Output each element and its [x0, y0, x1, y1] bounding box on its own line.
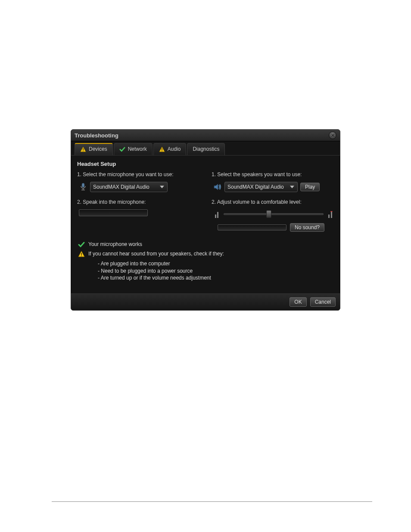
troubleshooting-dialog: Troubleshooting ✕ Devices Network	[71, 129, 340, 311]
tab-devices[interactable]: Devices	[75, 143, 113, 155]
speaker-icon	[213, 183, 222, 191]
check-icon	[78, 241, 85, 248]
play-button[interactable]: Play	[300, 183, 320, 191]
ok-button[interactable]: OK	[290, 297, 306, 307]
svg-rect-16	[331, 212, 332, 218]
tab-label: Audio	[168, 146, 181, 152]
mic-ok-status: Your microphone works	[88, 241, 142, 247]
tab-bar: Devices Network Audio Diagnostics	[71, 141, 340, 156]
mic-step2-label: 2. Speak into the microphone:	[77, 199, 199, 205]
microphone-selected-value: SoundMAX Digital Audio	[93, 184, 149, 190]
volume-slider-row	[213, 209, 334, 219]
chevron-down-icon	[159, 185, 165, 189]
dialog-title: Troubleshooting	[75, 132, 118, 139]
dialog-footer: OK Cancel	[71, 293, 340, 310]
microphone-icon	[79, 183, 87, 191]
volume-low-icon	[213, 209, 220, 219]
tab-content: Headset Setup 1. Select the microphone y…	[71, 156, 340, 293]
status-block: Your microphone works If you cannot hear…	[78, 241, 334, 282]
warning-icon	[80, 146, 86, 152]
tab-network[interactable]: Network	[114, 143, 153, 155]
tip-line: - Are plugged into the computer	[98, 260, 334, 268]
spk-step2-label: 2. Adjust volume to a comfortable level:	[212, 199, 334, 205]
close-icon: ✕	[331, 133, 335, 138]
svg-marker-10	[214, 184, 218, 190]
tab-label: Diagnostics	[193, 146, 219, 152]
spk-step1-label: 1. Select the speakers you want to use:	[212, 171, 334, 177]
tab-label: Devices	[89, 146, 107, 152]
speaker-select[interactable]: SoundMAX Digital Audio	[224, 182, 298, 192]
mic-step1-label: 1. Select the microphone you want to use…	[77, 171, 199, 177]
speaker-level-meter	[218, 224, 286, 230]
svg-rect-6	[82, 183, 84, 187]
svg-marker-11	[290, 186, 294, 188]
section-title: Headset Setup	[77, 161, 334, 167]
tip-line: - Need to be plugged into a power source	[98, 268, 334, 275]
close-button[interactable]: ✕	[329, 131, 336, 139]
svg-rect-14	[328, 215, 330, 218]
svg-rect-19	[81, 255, 82, 256]
volume-slider-thumb[interactable]	[266, 210, 271, 218]
svg-rect-4	[162, 148, 162, 150]
svg-rect-5	[162, 150, 162, 151]
volume-high-icon	[327, 209, 334, 219]
warning-icon	[159, 146, 165, 152]
tab-label: Network	[128, 146, 147, 152]
tab-audio[interactable]: Audio	[153, 143, 187, 155]
microphone-column: 1. Select the microphone you want to use…	[77, 171, 199, 232]
svg-rect-18	[81, 253, 82, 255]
speaker-warn-status: If you cannot hear sound from your speak…	[88, 251, 224, 257]
svg-rect-13	[217, 212, 218, 218]
svg-rect-12	[215, 215, 216, 218]
speaker-selected-value: SoundMAX Digital Audio	[227, 184, 284, 190]
tip-line: - Are turned up or if the volume needs a…	[98, 274, 334, 282]
cancel-button[interactable]: Cancel	[310, 297, 336, 307]
svg-rect-2	[83, 150, 83, 151]
warning-icon	[78, 251, 85, 258]
mic-level-meter	[79, 209, 148, 216]
microphone-select[interactable]: SoundMAX Digital Audio	[90, 182, 168, 192]
svg-rect-1	[83, 148, 83, 150]
no-sound-button[interactable]: No sound?	[290, 223, 324, 232]
check-icon	[119, 146, 125, 152]
svg-marker-9	[160, 186, 164, 188]
titlebar: Troubleshooting ✕	[71, 130, 340, 141]
volume-slider[interactable]	[224, 213, 324, 215]
page-divider	[52, 501, 372, 502]
chevron-down-icon	[290, 185, 295, 189]
speakers-column: 1. Select the speakers you want to use: …	[212, 171, 334, 232]
tab-diagnostics[interactable]: Diagnostics	[187, 143, 225, 155]
